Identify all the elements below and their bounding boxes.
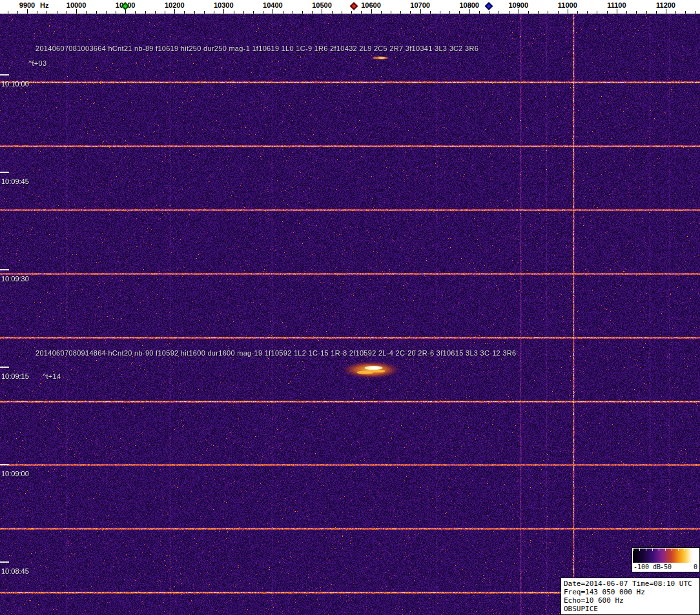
- time-tick-label: 10:08:45: [1, 567, 29, 575]
- info-line-station: OBSUPICE: [564, 605, 697, 613]
- colorbar-min-label: -100 dB: [633, 563, 661, 570]
- freq-minor-tick: [204, 11, 205, 14]
- freq-minor-tick: [449, 11, 450, 14]
- marker-diamond-blue[interactable]: [485, 2, 493, 10]
- freq-minor-tick: [646, 11, 647, 14]
- freq-minor-tick: [381, 11, 382, 14]
- freq-minor-tick: [37, 11, 37, 14]
- freq-major-tick: [469, 9, 470, 14]
- time-tick: [0, 464, 9, 465]
- freq-minor-tick: [509, 11, 510, 14]
- colorbar-max-label: 0: [694, 563, 697, 570]
- freq-minor-tick: [479, 11, 480, 14]
- freq-tick-label: 10400: [263, 1, 283, 9]
- freq-major-tick: [617, 9, 617, 14]
- freq-tick-label: 10500: [312, 1, 332, 9]
- event-annotation: 20140607081003664 hCnt21 nb-89 f10619 hi…: [36, 45, 479, 52]
- freq-major-tick: [519, 9, 519, 14]
- freq-minor-tick: [695, 11, 696, 14]
- event-offset-label: ^t+14: [43, 372, 61, 380]
- freq-minor-tick: [46, 11, 47, 14]
- freq-major-tick: [223, 9, 224, 14]
- freq-minor-tick: [8, 11, 8, 14]
- freq-minor-tick: [577, 11, 578, 14]
- freq-minor-tick: [57, 11, 57, 14]
- marker-diamond-red[interactable]: [350, 2, 358, 10]
- spectrogram-canvas[interactable]: [0, 14, 700, 615]
- freq-minor-tick: [253, 11, 254, 14]
- time-tick-label: 10:10:00: [1, 80, 29, 88]
- freq-minor-tick: [489, 11, 489, 14]
- freq-tick-label: 11200: [656, 1, 675, 9]
- freq-major-tick: [322, 9, 322, 14]
- freq-minor-tick: [135, 11, 136, 14]
- freq-minor-tick: [332, 11, 333, 14]
- time-tick-label: 10:09:00: [1, 470, 29, 478]
- freq-minor-tick: [361, 11, 362, 14]
- time-tick: [0, 367, 9, 368]
- freq-minor-tick: [400, 11, 401, 14]
- freq-minor-tick: [636, 11, 637, 14]
- colorbar-mid-label: -50: [660, 563, 672, 570]
- freq-unit-label: Hz: [40, 1, 48, 9]
- freq-minor-tick: [587, 11, 588, 14]
- freq-tick-label: 11000: [558, 1, 577, 9]
- freq-minor-tick: [626, 11, 627, 14]
- event-offset-label: ^t+03: [28, 59, 46, 67]
- freq-minor-tick: [86, 11, 87, 14]
- freq-minor-tick: [342, 11, 342, 14]
- freq-minor-tick: [283, 11, 283, 14]
- freq-major-tick: [273, 9, 273, 14]
- info-line-freq: Freq=143 050 000 Hz: [564, 588, 697, 596]
- colorbar-labels: -100 dB -50 0: [632, 563, 699, 572]
- freq-minor-tick: [145, 11, 146, 14]
- freq-minor-tick: [440, 11, 440, 14]
- freq-tick-label: 11100: [607, 1, 626, 9]
- freq-minor-tick: [607, 11, 608, 14]
- freq-minor-tick: [234, 11, 234, 14]
- meteor-observation-screen: 9900100001010010200103001040010500106001…: [0, 0, 700, 615]
- time-tick: [0, 74, 9, 76]
- freq-tick-label: 10200: [165, 1, 185, 9]
- freq-minor-tick: [558, 11, 559, 14]
- event-annotation: 20140607080914864 hCnt20 nb-90 f10592 hi…: [36, 349, 516, 357]
- colorbar-gradient: [633, 549, 699, 563]
- freq-minor-tick: [165, 11, 165, 14]
- freq-minor-tick: [243, 11, 244, 14]
- time-tick-label: 10:09:15: [1, 372, 29, 380]
- freq-minor-tick: [459, 11, 460, 14]
- freq-tick-label: 10300: [214, 1, 234, 9]
- freq-minor-tick: [67, 11, 67, 14]
- time-tick: [0, 172, 9, 173]
- time-tick: [0, 561, 9, 563]
- freq-minor-tick: [194, 11, 195, 14]
- freq-minor-tick: [528, 11, 529, 14]
- freq-minor-tick: [106, 11, 107, 14]
- freq-major-tick: [174, 9, 175, 14]
- freq-minor-tick: [302, 11, 303, 14]
- freq-minor-tick: [656, 11, 657, 14]
- freq-tick-label: 10700: [410, 1, 430, 9]
- freq-minor-tick: [597, 11, 597, 14]
- time-tick-label: 10:09:45: [1, 177, 29, 185]
- freq-major-tick: [420, 9, 421, 14]
- freq-minor-tick: [391, 11, 391, 14]
- freq-minor-tick: [263, 11, 263, 14]
- freq-minor-tick: [410, 11, 411, 14]
- info-box: Date=2014-06-07 Time=08:10 UTC Freq=143 …: [561, 578, 700, 615]
- freq-minor-tick: [430, 11, 431, 14]
- freq-major-tick: [76, 9, 77, 14]
- colorbar-legend: -100 dB -50 0: [632, 547, 700, 572]
- info-line-echo: Echo=10 600 Hz: [564, 596, 697, 605]
- freq-minor-tick: [685, 11, 686, 14]
- freq-minor-tick: [548, 11, 548, 14]
- freq-major-tick: [666, 9, 666, 14]
- frequency-axis: 9900100001010010200103001040010500106001…: [0, 0, 700, 14]
- freq-tick-label: 10900: [508, 1, 528, 9]
- time-tick: [0, 269, 9, 270]
- freq-tick-label: 10800: [459, 1, 479, 9]
- freq-minor-tick: [17, 11, 18, 14]
- freq-minor-tick: [293, 11, 293, 14]
- freq-minor-tick: [116, 11, 116, 14]
- freq-minor-tick: [675, 11, 676, 14]
